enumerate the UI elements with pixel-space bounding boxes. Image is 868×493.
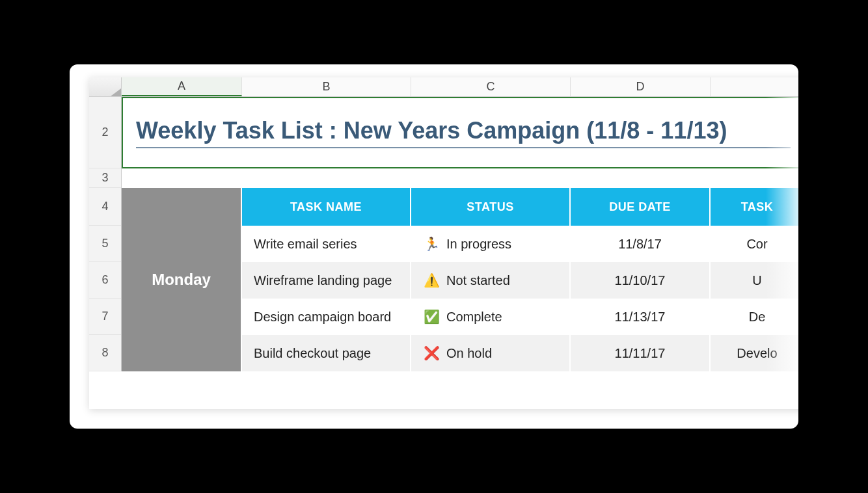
sheet-title: Weekly Task List : New Years Campaign (1… <box>136 117 791 148</box>
column-header-b[interactable]: B <box>242 77 411 96</box>
status-text: Complete <box>446 310 502 325</box>
table-row: Write email series 🏃 In progress 11/8/17… <box>242 226 798 262</box>
status-text: In progress <box>446 237 511 252</box>
cell-status[interactable]: ❌ On hold <box>411 335 571 371</box>
header-task-owner[interactable]: TASK <box>711 188 798 226</box>
row-header-6[interactable]: 6 <box>89 262 121 299</box>
cell-owner[interactable]: U <box>711 262 798 299</box>
column-header-a[interactable]: A <box>122 77 242 96</box>
screenshot-frame: A B C D 2 3 4 5 6 7 8 Weekly Task List :… <box>70 64 798 429</box>
check-icon: ✅ <box>423 309 440 325</box>
warning-icon: ⚠️ <box>423 273 440 288</box>
empty-row-3[interactable] <box>122 168 798 188</box>
cell-task[interactable]: Design campaign board <box>242 299 411 335</box>
column-header-c[interactable]: C <box>411 77 571 96</box>
day-label: Monday <box>152 271 211 289</box>
row-header-gutter: 2 3 4 5 6 7 8 <box>89 97 122 371</box>
row-header-8[interactable]: 8 <box>89 335 121 371</box>
table-row: Design campaign board ✅ Complete 11/13/1… <box>242 299 798 335</box>
cell-owner[interactable]: De <box>711 299 798 335</box>
row-header-3[interactable]: 3 <box>89 168 121 188</box>
cell-status[interactable]: 🏃 In progress <box>411 226 571 262</box>
status-text: On hold <box>446 346 492 361</box>
cell-due[interactable]: 11/10/17 <box>571 262 711 299</box>
cell-status[interactable]: ⚠️ Not started <box>411 262 571 299</box>
table-header-row: TASK NAME STATUS DUE DATE TASK <box>242 188 798 226</box>
row-header-5[interactable]: 5 <box>89 226 121 262</box>
cell-task[interactable]: Write email series <box>242 226 411 262</box>
row-header-7[interactable]: 7 <box>89 299 121 335</box>
header-due-date[interactable]: DUE DATE <box>571 188 711 226</box>
header-task-name[interactable]: TASK NAME <box>242 188 411 226</box>
spreadsheet[interactable]: A B C D 2 3 4 5 6 7 8 Weekly Task List :… <box>89 77 798 409</box>
cell-task[interactable]: Wireframe landing page <box>242 262 411 299</box>
cell-owner[interactable]: Develo <box>711 335 798 371</box>
table-row: Wireframe landing page ⚠️ Not started 11… <box>242 262 798 299</box>
header-status[interactable]: STATUS <box>411 188 571 226</box>
cell-status[interactable]: ✅ Complete <box>411 299 571 335</box>
status-text: Not started <box>446 273 510 288</box>
cell-due[interactable]: 11/11/17 <box>571 335 711 371</box>
cell-due[interactable]: 11/13/17 <box>571 299 711 335</box>
cell-owner[interactable]: Cor <box>711 226 798 262</box>
cell-due[interactable]: 11/8/17 <box>571 226 711 262</box>
cell-task[interactable]: Build checkout page <box>242 335 411 371</box>
task-table: Monday TASK NAME STATUS DUE DATE TASK Wr… <box>122 188 798 371</box>
column-header-row: A B C D <box>89 77 798 97</box>
select-all-triangle[interactable] <box>89 77 122 96</box>
x-icon: ❌ <box>423 345 440 361</box>
column-header-e[interactable] <box>711 77 798 96</box>
table-row: Build checkout page ❌ On hold 11/11/17 D… <box>242 335 798 371</box>
row-header-2[interactable]: 2 <box>89 97 121 168</box>
title-cell[interactable]: Weekly Task List : New Years Campaign (1… <box>122 97 798 168</box>
row-header-4[interactable]: 4 <box>89 188 121 226</box>
running-icon: 🏃 <box>423 236 440 252</box>
column-header-d[interactable]: D <box>571 77 711 96</box>
day-label-cell[interactable]: Monday <box>122 188 242 371</box>
